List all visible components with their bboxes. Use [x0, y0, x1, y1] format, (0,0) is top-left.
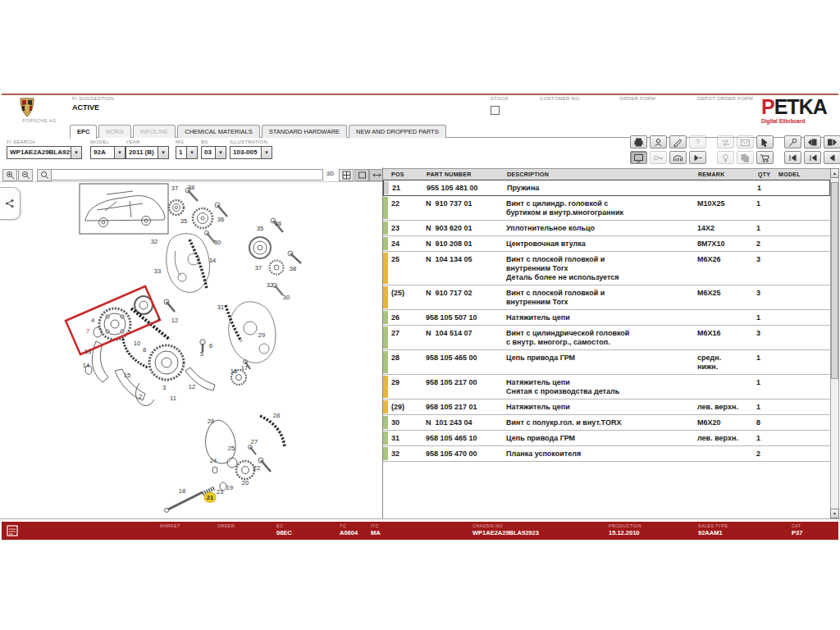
callout-32[interactable]: 32	[267, 281, 273, 289]
callout-5[interactable]: 5	[200, 350, 203, 358]
callout-3[interactable]: 3	[162, 384, 166, 391]
callout-27[interactable]: 27	[251, 438, 258, 445]
search-field-value[interactable]: 103-005	[231, 147, 261, 158]
search-field-value[interactable]: 03	[202, 147, 215, 158]
table-row-pos-21[interactable]: 21955 105 481 00Пружина1	[383, 180, 830, 196]
dropdown-arrow-icon[interactable]: ▼	[215, 147, 226, 158]
search-field-value[interactable]: WP1AE2A29BLA92923	[7, 147, 71, 158]
callout-14[interactable]: 14	[83, 362, 89, 369]
zoom-in-button[interactable]	[2, 169, 17, 181]
callout-22[interactable]: 22	[253, 464, 260, 472]
pin-button[interactable]	[784, 135, 801, 148]
table-row-pos-24[interactable]: 24N 910 208 01Центровочная втулка8M7X102	[383, 236, 830, 252]
callout-29[interactable]: 29	[258, 331, 265, 339]
callout-36[interactable]: 36	[217, 216, 224, 223]
prev-page-button[interactable]	[804, 151, 821, 164]
callout-34[interactable]: 34	[209, 257, 216, 264]
callout-28[interactable]: 28	[273, 412, 280, 419]
dropdown-arrow-icon[interactable]: ▼	[114, 147, 125, 158]
next-illustration-button[interactable]	[824, 135, 840, 148]
search-field-box[interactable]: 2011 (B)▼	[126, 146, 169, 159]
support-button[interactable]	[650, 135, 667, 148]
suggestion-button[interactable]	[669, 135, 687, 148]
dropdown-arrow-icon[interactable]: ▼	[186, 147, 197, 158]
scroll-up-button[interactable]: ▲	[830, 168, 839, 178]
callout-8[interactable]: 8	[143, 346, 146, 354]
callout-19[interactable]: 19	[226, 484, 233, 491]
callout-17[interactable]: 17	[241, 364, 248, 372]
tab-new-and-dropped-parts[interactable]: NEW AND DROPPED PARTS	[349, 125, 446, 138]
callout-1[interactable]: 1	[157, 314, 160, 322]
callout-36[interactable]: 36	[275, 220, 281, 227]
callout-23[interactable]: 23	[217, 488, 223, 495]
table-row-pos-30[interactable]: 30N 101 243 04Винт с полукр.гол. и внут.…	[383, 415, 830, 431]
table-row-pos-25[interactable]: 25N 104 134 05Винт с плоской головкой ив…	[383, 252, 830, 285]
callout-31[interactable]: 31	[217, 304, 224, 311]
table-row-pos-26[interactable]: 26958 105 507 10Натяжитель цепи1	[383, 310, 830, 326]
table-row-pos-27[interactable]: 27N 104 514 07Винт с цилиндрической голо…	[383, 326, 830, 350]
tab-bora[interactable]: BORA	[98, 125, 130, 138]
table-row-pos-28[interactable]: 28958 105 465 00Цепь привода ГРМсредн.ни…	[383, 350, 830, 375]
first-page-button[interactable]	[784, 151, 801, 164]
workshop-button[interactable]	[669, 151, 687, 164]
callout-30[interactable]: 30	[283, 294, 290, 301]
callout-7[interactable]: 7	[86, 327, 89, 335]
callout-33[interactable]: 33	[154, 267, 161, 275]
table-row-pos-31[interactable]: 31958 105 465 10Цепь привода ГРМлев. вер…	[383, 431, 830, 446]
callout-26[interactable]: 26	[208, 418, 214, 425]
dropdown-arrow-icon[interactable]: ▼	[261, 147, 272, 158]
callout-30[interactable]: 30	[214, 239, 221, 246]
fullscreen-button[interactable]	[630, 151, 647, 164]
search-field-value[interactable]: 1	[176, 147, 186, 158]
callout-20[interactable]: 20	[242, 479, 249, 486]
zoom-slider[interactable]	[51, 169, 323, 180]
search-field-box[interactable]: 92A▼	[90, 146, 126, 159]
callout-15[interactable]: 15	[124, 372, 130, 379]
table-row-pos-32[interactable]: 32958 105 470 00Планка успокоителя2	[383, 446, 830, 462]
callout-32[interactable]: 32	[151, 238, 158, 245]
back-button[interactable]	[824, 151, 840, 164]
callout-35[interactable]: 35	[180, 217, 187, 225]
table-row-pos-29[interactable]: (29)958 105 217 01Натяжитель цепилев. ве…	[383, 399, 830, 415]
scroll-down-button[interactable]: ▼	[830, 509, 839, 518]
callout-13[interactable]: 13	[84, 348, 91, 355]
callout-11[interactable]: 11	[170, 395, 176, 402]
print-button[interactable]	[630, 135, 647, 148]
callout-37[interactable]: 37	[171, 185, 178, 192]
callout-4[interactable]: 4	[91, 317, 94, 324]
callout-24[interactable]: 24	[210, 457, 217, 464]
table-row-pos-29[interactable]: 29958 105 217 00Натяжитель цепиСнятая с …	[383, 375, 830, 399]
callout-2[interactable]: 2	[139, 393, 142, 400]
dropdown-arrow-icon[interactable]: ▼	[71, 147, 81, 158]
zoom-out-button[interactable]	[18, 169, 33, 181]
callout-10[interactable]: 10	[134, 340, 140, 347]
callout-37[interactable]: 37	[255, 264, 262, 272]
callout-18[interactable]: 18	[179, 487, 185, 495]
tab-infoline[interactable]: INFOLINE	[133, 125, 176, 138]
play-button[interactable]	[689, 151, 706, 164]
callout-6[interactable]: 6	[209, 342, 212, 349]
search-field-value[interactable]: 2011 (B)	[126, 147, 158, 158]
callout-12[interactable]: 12	[171, 317, 178, 324]
callout-38[interactable]: 38	[290, 265, 296, 272]
prev-illustration-button[interactable]	[804, 135, 821, 148]
search-field-box[interactable]: 1▼	[176, 146, 198, 159]
table-row-pos-22[interactable]: 22N 910 737 01Винт с цилиндр. головкой с…	[383, 196, 830, 221]
layout-grid-button[interactable]	[339, 169, 354, 181]
stock-checkbox[interactable]	[491, 106, 500, 115]
tab-chemical-materials[interactable]: CHEMICAL MATERIALS	[177, 125, 260, 138]
table-row-pos-25[interactable]: (25)N 910 717 02Винт с плоской головкой …	[383, 285, 830, 310]
search-field-box[interactable]: 103-005▼	[230, 146, 272, 159]
search-field-box[interactable]: WP1AE2A29BLA92923▼	[7, 146, 82, 159]
callout-35[interactable]: 35	[257, 225, 263, 232]
magnifier-button[interactable]	[37, 169, 52, 181]
select-part-button[interactable]	[756, 135, 774, 148]
callout-25[interactable]: 25	[228, 445, 235, 452]
tab-epc[interactable]: EPC	[70, 125, 97, 139]
fit-view-button[interactable]	[354, 169, 369, 181]
cart-button[interactable]	[756, 151, 774, 164]
callout-marker-21[interactable]: 21	[204, 492, 217, 503]
search-field-box[interactable]: 03▼	[201, 146, 226, 159]
search-field-value[interactable]: 92A	[91, 147, 114, 158]
table-row-pos-23[interactable]: 23N 903 620 01Уплотнительное кольцо14X21	[383, 221, 830, 236]
